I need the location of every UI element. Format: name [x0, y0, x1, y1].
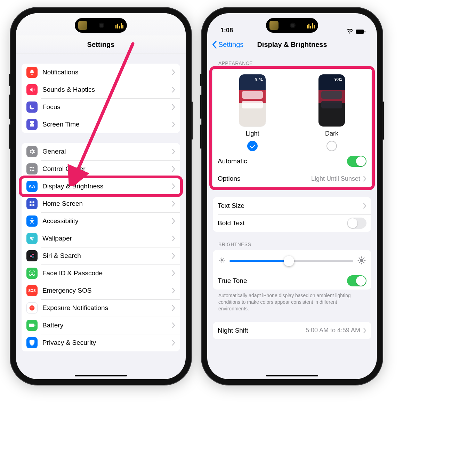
- svg-point-26: [33, 309, 34, 310]
- settings-row-privacy[interactable]: Privacy & Security: [22, 334, 180, 351]
- settings-row-sounds[interactable]: Sounds & Haptics: [22, 81, 180, 98]
- svg-point-16: [33, 272, 33, 273]
- svg-line-39: [220, 262, 220, 262]
- notifications-icon: [26, 67, 38, 78]
- svg-point-24: [33, 307, 34, 307]
- settings-row-homescreen[interactable]: Home Screen: [22, 195, 180, 212]
- display-icon: AA: [26, 181, 38, 192]
- svg-rect-2: [30, 167, 32, 168]
- chevron-right-icon: [172, 184, 175, 189]
- row-label: Sounds & Haptics: [42, 86, 172, 93]
- phone-frame-left: 1:08 Settings NotificationsSounds & Hapt…: [10, 8, 191, 385]
- screen-display-brightness: 1:08 Settings Display & Brightness: [207, 13, 377, 379]
- settings-row-general[interactable]: General: [22, 143, 180, 160]
- row-label: Control Center: [42, 165, 172, 173]
- row-options[interactable]: Options Light Until Sunset: [213, 170, 371, 187]
- wallpaper-icon: [26, 233, 38, 244]
- phone-frame-right: 1:08 Settings Display & Brightness: [202, 8, 382, 385]
- settings-row-sos[interactable]: SOSEmergency SOS: [22, 282, 180, 299]
- settings-row-battery[interactable]: Battery: [22, 317, 180, 334]
- brightness-slider[interactable]: [213, 250, 371, 272]
- svg-line-49: [364, 258, 364, 259]
- row-bold-text[interactable]: Bold Text: [213, 214, 371, 232]
- navbar: Settings Display & Brightness: [207, 35, 377, 54]
- controlcenter-icon: [26, 163, 38, 174]
- svg-rect-6: [30, 201, 31, 203]
- row-label: Privacy & Security: [42, 339, 172, 347]
- chevron-right-icon: [172, 104, 175, 110]
- sos-icon: SOS: [26, 285, 38, 296]
- row-night-shift[interactable]: Night Shift 5:00 AM to 4:59 AM: [213, 322, 371, 339]
- slider-track[interactable]: [229, 260, 353, 262]
- settings-row-siri[interactable]: Siri & Search: [22, 247, 180, 265]
- svg-point-10: [31, 218, 33, 220]
- back-label: Settings: [218, 41, 243, 49]
- row-label: Siri & Search: [42, 252, 172, 260]
- dynamic-island: [266, 18, 318, 33]
- chevron-right-icon: [172, 340, 175, 345]
- settings-row-notifications[interactable]: Notifications: [22, 64, 180, 81]
- svg-line-38: [223, 262, 224, 262]
- true-tone-toggle[interactable]: [347, 275, 366, 286]
- row-label: Wallpaper: [42, 235, 172, 242]
- navbar: Settings: [16, 35, 186, 54]
- battery-icon: [355, 29, 366, 34]
- appearance-card: 9:41 Light 9:41: [213, 69, 371, 187]
- svg-rect-27: [29, 324, 34, 327]
- row-label: Face ID & Passcode: [42, 269, 172, 277]
- dynamic-island: [75, 18, 127, 33]
- chevron-right-icon: [172, 323, 175, 328]
- settings-row-controlcenter[interactable]: Control Center: [22, 160, 180, 178]
- bold-text-toggle[interactable]: [347, 218, 366, 229]
- sun-min-icon: [218, 257, 225, 265]
- settings-row-wallpaper[interactable]: Wallpaper: [22, 230, 180, 247]
- light-radio[interactable]: [247, 141, 258, 151]
- home-indicator[interactable]: [266, 375, 318, 376]
- svg-point-5: [30, 170, 32, 171]
- dark-radio[interactable]: [326, 141, 337, 151]
- settings-row-accessibility[interactable]: Accessibility: [22, 212, 180, 230]
- front-camera-icon: [100, 24, 103, 27]
- chevron-right-icon: [363, 176, 366, 181]
- svg-point-3: [33, 167, 34, 169]
- battery-icon: [26, 320, 38, 331]
- row-text-size[interactable]: Text Size: [213, 197, 371, 214]
- settings-row-faceid[interactable]: Face ID & Passcode: [22, 265, 180, 282]
- svg-rect-1: [174, 31, 175, 32]
- settings-row-exposure[interactable]: Exposure Notifications: [22, 299, 180, 317]
- now-playing-artwork-icon: [78, 21, 87, 30]
- svg-point-19: [32, 306, 32, 307]
- row-automatic[interactable]: Automatic: [213, 153, 371, 170]
- privacy-icon: [26, 337, 38, 348]
- chevron-right-icon: [172, 166, 175, 172]
- chevron-right-icon: [172, 253, 175, 259]
- chevron-right-icon: [172, 218, 175, 224]
- settings-row-display[interactable]: AADisplay & Brightness: [22, 178, 180, 195]
- svg-point-21: [30, 308, 31, 308]
- svg-line-40: [223, 259, 224, 259]
- chevron-right-icon: [363, 203, 366, 209]
- slider-thumb[interactable]: [284, 256, 294, 266]
- back-button[interactable]: Settings: [212, 41, 243, 49]
- accessibility-icon: [26, 215, 38, 227]
- svg-rect-0: [164, 30, 173, 34]
- svg-line-37: [220, 259, 220, 259]
- homescreen-icon: [26, 198, 38, 209]
- svg-line-47: [364, 262, 364, 263]
- svg-rect-4: [32, 170, 34, 171]
- settings-row-screentime[interactable]: Screen Time: [22, 116, 180, 133]
- exposure-icon: [26, 302, 38, 314]
- settings-row-focus[interactable]: Focus: [22, 98, 180, 116]
- chevron-right-icon: [172, 70, 175, 75]
- svg-point-25: [31, 309, 31, 310]
- dark-label: Dark: [325, 130, 338, 137]
- home-indicator[interactable]: [75, 375, 127, 376]
- svg-point-23: [31, 307, 31, 307]
- appearance-option-light[interactable]: 9:41 Light: [217, 74, 288, 151]
- row-true-tone[interactable]: True Tone: [213, 272, 371, 290]
- automatic-toggle[interactable]: [347, 156, 366, 167]
- front-camera-icon: [291, 24, 295, 27]
- appearance-option-dark[interactable]: 9:41 Dark: [296, 74, 367, 151]
- status-time: 1:08: [29, 27, 42, 34]
- row-label: Notifications: [42, 68, 172, 76]
